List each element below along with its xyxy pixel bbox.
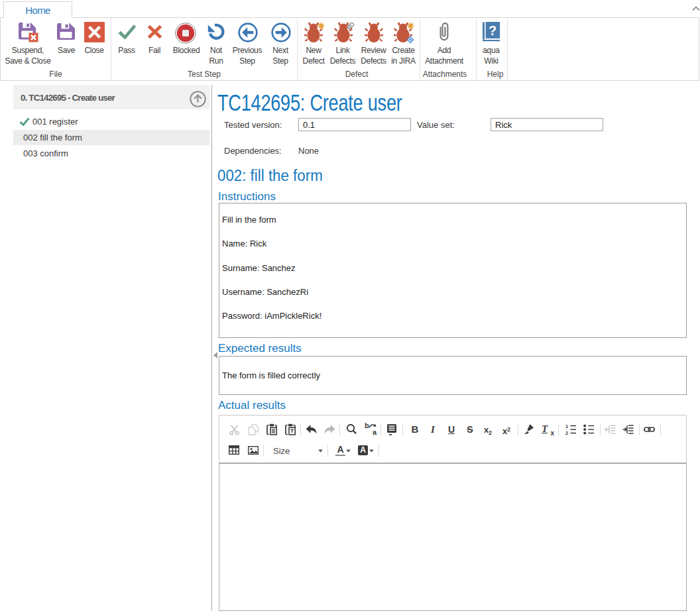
svg-text:?: ? (489, 23, 496, 38)
svg-text:2: 2 (565, 430, 568, 435)
svg-text:1: 1 (565, 424, 568, 429)
